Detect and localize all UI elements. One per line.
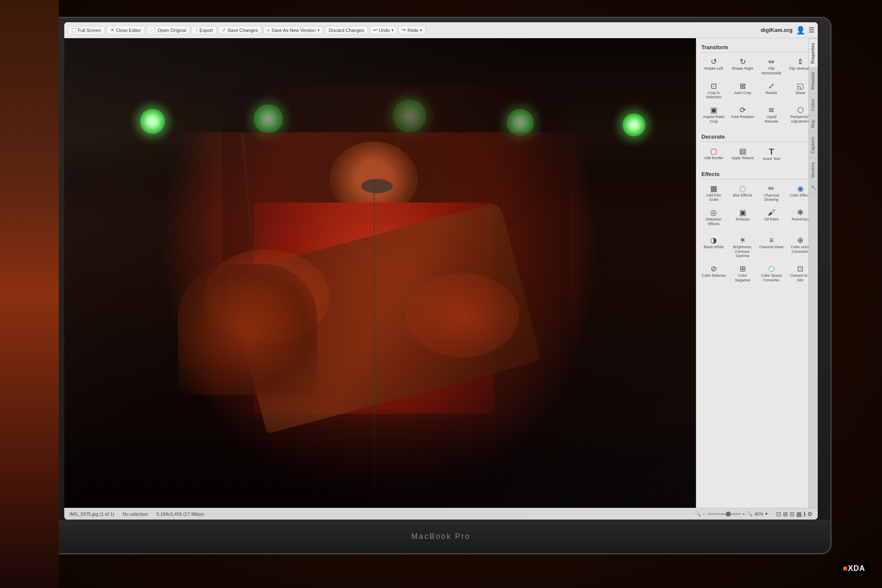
- save-changes-button[interactable]: ✓ Save Changes: [218, 26, 262, 34]
- liquid-rescale-tool[interactable]: ≋ Liquid Rescale: [758, 103, 786, 127]
- redo-label: Redo: [407, 28, 418, 33]
- save-changes-label: Save Changes: [228, 28, 258, 33]
- add-border-tool[interactable]: ▢ Add Border: [700, 144, 728, 164]
- user-icon[interactable]: 👤: [796, 26, 805, 35]
- raindrops-icon: ❋: [797, 209, 803, 216]
- emboss-label: Emboss: [736, 217, 750, 222]
- undo-arrow: ▾: [391, 28, 394, 32]
- zoom-control[interactable]: 🔍 − + 🔍 40% ▾: [695, 511, 768, 517]
- decorate-header: Decorate: [700, 131, 814, 142]
- undo-label: Undo: [379, 28, 390, 33]
- charcoal-drawing-icon: ✏: [768, 185, 774, 192]
- color-negative-tool[interactable]: ⊞ Color Negative: [729, 262, 757, 286]
- fullscreen-icon: ⛶: [71, 28, 76, 33]
- aspect-ratio-crop-icon: ▣: [710, 106, 717, 114]
- app-window: ⛶ Full Screen ✕ Close Editor 📄 Open Orig…: [64, 22, 818, 520]
- status-icons: ⊡ ⊞ ⊟ ▦ ℹ ⚙: [776, 511, 813, 517]
- add-border-icon: ▢: [710, 147, 717, 155]
- grid-icon[interactable]: ▦: [796, 511, 802, 517]
- filename-label: IMG_9375.jpg (1 of 1): [69, 512, 114, 517]
- zoom-dropdown[interactable]: ▾: [765, 511, 768, 517]
- export-button[interactable]: ↑ Export: [192, 26, 216, 34]
- zoom-slider[interactable]: [707, 513, 741, 515]
- channel-mixer-tool[interactable]: ≡ Channel Mixer: [758, 234, 786, 261]
- add-film-grain-tool[interactable]: ▦ Add Film Grain: [700, 182, 728, 205]
- save-as-new-arrow: ▾: [318, 28, 320, 32]
- redo-button[interactable]: ↪ Redo ▾: [398, 26, 426, 34]
- shear-icon: ◱: [797, 82, 804, 90]
- fullscreen-button[interactable]: ⛶ Full Screen: [68, 26, 105, 34]
- tab-properties[interactable]: Properties: [809, 38, 818, 68]
- open-original-icon: 📄: [150, 27, 156, 33]
- color-balance-tool[interactable]: ⊘ Color Balance: [700, 262, 728, 286]
- open-original-button[interactable]: 📄 Open Original: [147, 26, 190, 34]
- zoom-icon-small: −: [703, 512, 705, 517]
- aspect-ratio-crop-tool[interactable]: ▣ Aspect Ratio Crop: [700, 103, 728, 127]
- tab-captions[interactable]: Captions: [809, 132, 818, 158]
- settings-icon[interactable]: ⚙: [807, 511, 813, 517]
- right-arm: [405, 273, 519, 357]
- mic-head: [361, 179, 393, 193]
- free-rotation-tool[interactable]: ⟳ Free Rotation: [729, 103, 757, 127]
- tab-colors[interactable]: Colors: [809, 94, 818, 115]
- dimensions-label: 5,184x3,456 (17.9Mpx): [157, 512, 204, 517]
- menu-icon[interactable]: ☰: [808, 26, 814, 34]
- tools-icon[interactable]: 🔧: [809, 182, 818, 194]
- image-area[interactable]: [64, 38, 696, 508]
- flip-horizontal-label: Flip Horizontally: [759, 66, 784, 76]
- undo-button[interactable]: ↩ Undo ▾: [370, 26, 397, 34]
- tab-map[interactable]: Map: [809, 115, 818, 132]
- side-tabs: Properties Metadata Colors Map Captions …: [808, 38, 818, 508]
- apply-texture-tool[interactable]: ▤ Apply Texture: [729, 144, 757, 164]
- info-icon[interactable]: ℹ: [803, 511, 806, 517]
- rotate-left-label: Rotate Left: [704, 66, 723, 71]
- color-effects-label: Color Effects: [790, 193, 811, 198]
- brightness-contrast-tool[interactable]: ☀ Brightness, Contrast, Gamma: [729, 234, 757, 261]
- blur-effects-tool[interactable]: ◌ Blur Effects: [729, 182, 757, 205]
- distortion-effects-tool[interactable]: ◎ Distortion Effects: [700, 206, 728, 229]
- zoom-out-icon[interactable]: 🔍: [695, 511, 701, 517]
- zoom-to-fit-icon[interactable]: ⊟: [790, 511, 795, 517]
- tab-metadata[interactable]: Metadata: [809, 68, 818, 94]
- oil-paint-tool[interactable]: 🖌 Oil Paint: [758, 206, 786, 229]
- tab-versions[interactable]: Versions: [809, 158, 818, 182]
- rotate-right-tool[interactable]: ↻ Rotate Right: [729, 55, 757, 79]
- crop-selection-tool[interactable]: ⊡ Crop to Selection: [700, 79, 728, 103]
- audience-dark: [64, 414, 696, 508]
- brightness-contrast-label: Brightness, Contrast, Gamma: [730, 245, 755, 258]
- black-white-tool[interactable]: ◑ Black White: [700, 234, 728, 261]
- fit-icon[interactable]: ⊡: [776, 511, 781, 517]
- insert-text-icon: T: [769, 147, 774, 156]
- rotate-left-tool[interactable]: ↺ Rotate Left: [700, 55, 728, 79]
- insert-text-label: Insert Text: [763, 157, 780, 161]
- zoom-in-icon[interactable]: 🔍: [747, 511, 753, 517]
- laptop-bottom: MacBook Pro: [52, 520, 830, 553]
- bg-left: [0, 0, 59, 588]
- actual-size-icon[interactable]: ⊞: [783, 511, 788, 517]
- flip-horizontal-tool[interactable]: ⇔ Flip Horizontally: [758, 55, 786, 79]
- charcoal-drawing-tool[interactable]: ✏ Charcoal Drawing: [758, 182, 786, 205]
- decorate-grid: ▢ Add Border ▤ Apply Texture T Insert Te…: [700, 144, 814, 164]
- close-editor-button[interactable]: ✕ Close Editor: [107, 26, 145, 34]
- export-icon: ↑: [195, 28, 198, 33]
- resize-label: Resize: [766, 91, 777, 95]
- color-space-converter-tool[interactable]: ⬡ Color Space Converter: [758, 262, 786, 286]
- resize-tool[interactable]: ⤢ Resize: [758, 79, 786, 103]
- save-as-new-button[interactable]: + Save As New Version ▾: [263, 26, 323, 34]
- channel-mixer-label: Channel Mixer: [759, 245, 784, 249]
- liquid-rescale-icon: ≋: [768, 106, 774, 114]
- selection-label: No selection: [123, 512, 148, 517]
- emboss-tool[interactable]: ▣ Emboss: [729, 206, 757, 229]
- color-negative-label: Color Negative: [730, 273, 755, 283]
- oil-paint-icon: 🖌: [768, 209, 775, 216]
- color-balance-icon: ⊘: [711, 265, 717, 273]
- tools-panel: Transform ↺ Rotate Left ↻ Rotate Right: [696, 38, 818, 508]
- aspect-ratio-crop-label: Aspect Ratio Crop: [701, 115, 726, 124]
- brightness-contrast-icon: ☀: [739, 236, 746, 244]
- auto-crop-tool[interactable]: ⊠ Auto-Crop: [729, 79, 757, 103]
- insert-text-tool[interactable]: T Insert Text: [758, 144, 786, 164]
- discard-label: Discard Changes: [329, 28, 364, 33]
- distortion-effects-icon: ◎: [710, 209, 717, 216]
- xda-watermark: ■XDA: [839, 562, 869, 575]
- discard-button[interactable]: Discard Changes: [325, 26, 368, 34]
